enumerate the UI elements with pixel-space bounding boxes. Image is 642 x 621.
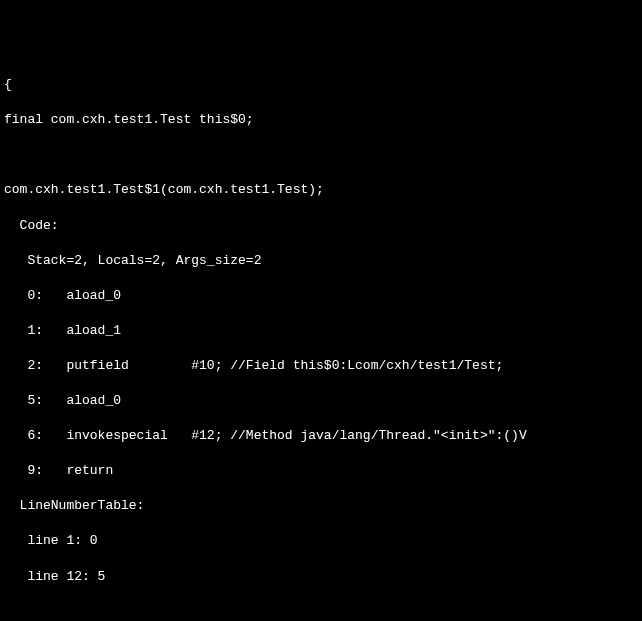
line-number-entry: line 1: 0 — [4, 532, 638, 550]
constructor-signature: com.cxh.test1.Test$1(com.cxh.test1.Test)… — [4, 181, 638, 199]
line-number-entry: line 12: 5 — [4, 568, 638, 586]
blank-line — [4, 603, 638, 621]
field-declaration: final com.cxh.test1.Test this$0; — [4, 111, 638, 129]
open-brace: { — [4, 76, 638, 94]
bytecode-instruction: 5: aload_0 — [4, 392, 638, 410]
bytecode-instruction: 6: invokespecial #12; //Method java/lang… — [4, 427, 638, 445]
bytecode-instruction: 9: return — [4, 462, 638, 480]
bytecode-instruction: 1: aload_1 — [4, 322, 638, 340]
bytecode-instruction: 2: putfield #10; //Field this$0:Lcom/cxh… — [4, 357, 638, 375]
bytecode-instruction: 0: aload_0 — [4, 287, 638, 305]
blank-line — [4, 146, 638, 164]
line-number-table-label: LineNumberTable: — [4, 497, 638, 515]
stack-info: Stack=2, Locals=2, Args_size=2 — [4, 252, 638, 270]
code-label: Code: — [4, 217, 638, 235]
